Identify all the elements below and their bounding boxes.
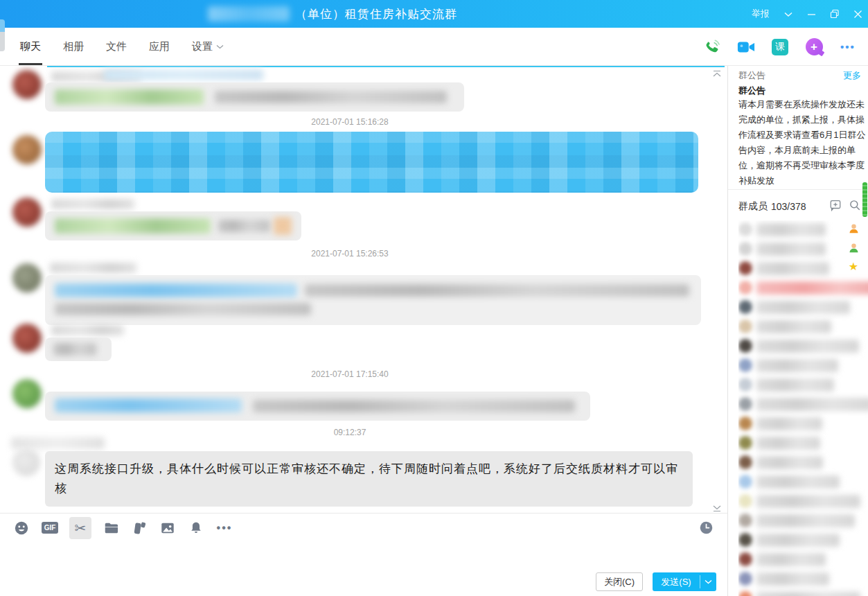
sender-name-blur bbox=[50, 263, 136, 273]
sender-name-blur bbox=[11, 437, 105, 449]
member-name-blur bbox=[756, 437, 820, 450]
scroll-top-icon[interactable] bbox=[712, 68, 722, 80]
member-row[interactable] bbox=[738, 220, 868, 240]
report-button[interactable]: 举报 bbox=[752, 8, 770, 20]
member-row[interactable] bbox=[738, 376, 868, 395]
message-bubble-redacted[interactable] bbox=[45, 392, 590, 421]
avatar[interactable] bbox=[12, 135, 42, 164]
member-row[interactable] bbox=[738, 434, 868, 453]
docked-panel-handle[interactable] bbox=[0, 19, 5, 51]
member-name-blur bbox=[756, 495, 860, 508]
sender-name-blur bbox=[51, 199, 134, 209]
close-chat-button[interactable]: 关闭(C) bbox=[596, 572, 643, 591]
members-count: 103/378 bbox=[771, 201, 806, 212]
star-badge-icon: ★ bbox=[847, 261, 860, 273]
bell-icon[interactable] bbox=[187, 519, 205, 537]
composer-toolbar: GIF ✂ ••• bbox=[0, 513, 727, 542]
scroll-bottom-icon[interactable] bbox=[712, 502, 722, 513]
member-name-blur bbox=[756, 378, 834, 392]
message-bubble-redacted[interactable] bbox=[45, 275, 701, 325]
chat-panel: 2021-07-01 15:16:28 2021-07-01 15:26:53 bbox=[0, 66, 727, 596]
emoji-icon[interactable] bbox=[12, 519, 30, 537]
timestamp: 09:12:37 bbox=[0, 428, 700, 437]
member-row[interactable] bbox=[738, 550, 868, 570]
message-input[interactable] bbox=[0, 542, 727, 572]
message-bubble-redacted[interactable] bbox=[45, 338, 112, 361]
video-call-icon[interactable] bbox=[737, 38, 755, 56]
member-row[interactable] bbox=[738, 279, 868, 298]
message-bubble-redacted[interactable] bbox=[45, 82, 464, 112]
member-row[interactable] bbox=[738, 395, 868, 414]
send-file-folder-icon[interactable] bbox=[102, 519, 120, 537]
member-row[interactable] bbox=[738, 317, 868, 337]
redacted-group-owner-name bbox=[208, 6, 290, 21]
announcement-header: 群公告 bbox=[738, 69, 765, 82]
message-history[interactable]: 2021-07-01 15:16:28 2021-07-01 15:26:53 bbox=[0, 66, 727, 513]
restore-button[interactable] bbox=[830, 9, 840, 19]
member-name-blur bbox=[756, 572, 829, 586]
tab-apps[interactable]: 应用 bbox=[148, 36, 171, 58]
message-bubble-redacted-blue[interactable] bbox=[45, 132, 698, 193]
titlebar-chevron-down-icon[interactable] bbox=[783, 11, 793, 17]
admin-badge-icon bbox=[847, 241, 860, 254]
class-app-icon[interactable]: 课 bbox=[771, 38, 789, 56]
message-bubble[interactable]: 这周系统接口升级，具体什么时候可以正常审核还不确定，待下周随时问着点吧，系统好了… bbox=[45, 451, 693, 507]
tab-settings[interactable]: 设置 bbox=[191, 36, 225, 58]
image-icon[interactable] bbox=[159, 519, 177, 537]
member-avatar bbox=[738, 358, 752, 372]
avatar[interactable] bbox=[12, 70, 42, 99]
screenshot-scissors-icon[interactable]: ✂ bbox=[69, 517, 91, 539]
minimize-button[interactable] bbox=[807, 10, 816, 19]
member-avatar bbox=[738, 572, 752, 586]
member-row[interactable] bbox=[738, 531, 868, 550]
timestamp: 2021-07-01 17:15:40 bbox=[0, 369, 700, 379]
member-row[interactable] bbox=[738, 511, 868, 531]
member-name-blur bbox=[756, 262, 829, 275]
window-title-group: （单位）租赁住房补贴交流群 bbox=[208, 0, 457, 28]
announcement-more-link[interactable]: 更多 bbox=[843, 69, 861, 82]
close-button[interactable] bbox=[853, 10, 862, 19]
member-name-blur bbox=[756, 359, 838, 372]
member-row[interactable] bbox=[738, 473, 868, 492]
member-row[interactable] bbox=[738, 337, 868, 356]
member-row[interactable] bbox=[738, 492, 868, 511]
composer-buttons: 关闭(C) 发送(S) bbox=[0, 572, 727, 596]
member-row[interactable] bbox=[738, 453, 868, 473]
member-row[interactable] bbox=[738, 589, 868, 596]
voice-call-icon[interactable] bbox=[703, 38, 721, 56]
timestamp: 2021-07-01 15:26:53 bbox=[0, 249, 700, 258]
member-row[interactable]: ★ bbox=[738, 259, 868, 279]
member-name-blur bbox=[756, 223, 826, 236]
more-actions-icon[interactable]: ••• bbox=[839, 38, 857, 56]
tab-files[interactable]: 文件 bbox=[105, 36, 128, 58]
invite-member-icon[interactable] bbox=[829, 199, 842, 213]
gif-icon[interactable]: GIF bbox=[41, 519, 59, 537]
member-scrollbar[interactable] bbox=[862, 182, 867, 217]
member-row[interactable] bbox=[738, 240, 868, 259]
member-row[interactable] bbox=[738, 414, 868, 434]
avatar[interactable] bbox=[12, 263, 42, 292]
add-bubble-icon[interactable]: + bbox=[805, 38, 823, 56]
member-row[interactable] bbox=[738, 570, 868, 589]
tab-album[interactable]: 相册 bbox=[62, 36, 85, 58]
tab-chat[interactable]: 聊天 bbox=[19, 36, 42, 58]
send-button[interactable]: 发送(S) bbox=[653, 572, 716, 591]
member-row[interactable] bbox=[738, 298, 868, 317]
timestamp: 2021-07-01 15:16:28 bbox=[0, 117, 700, 127]
send-options-chevron-icon[interactable] bbox=[700, 572, 716, 591]
announcement-title: 群公告 bbox=[738, 85, 765, 97]
message-history-clock-icon[interactable] bbox=[697, 519, 715, 537]
avatar[interactable] bbox=[12, 379, 42, 408]
chevron-down-icon bbox=[216, 44, 224, 49]
avatar[interactable] bbox=[12, 324, 42, 353]
search-member-icon[interactable] bbox=[849, 199, 861, 213]
member-name-blur bbox=[756, 534, 840, 547]
member-avatar bbox=[738, 378, 752, 392]
more-tools-icon[interactable]: ••• bbox=[215, 519, 233, 537]
member-avatar bbox=[738, 222, 752, 236]
puzzle-icon[interactable] bbox=[130, 519, 148, 537]
member-row[interactable] bbox=[738, 356, 868, 376]
message-bubble-redacted[interactable] bbox=[45, 211, 301, 240]
avatar[interactable] bbox=[12, 448, 40, 476]
avatar[interactable] bbox=[12, 198, 42, 227]
